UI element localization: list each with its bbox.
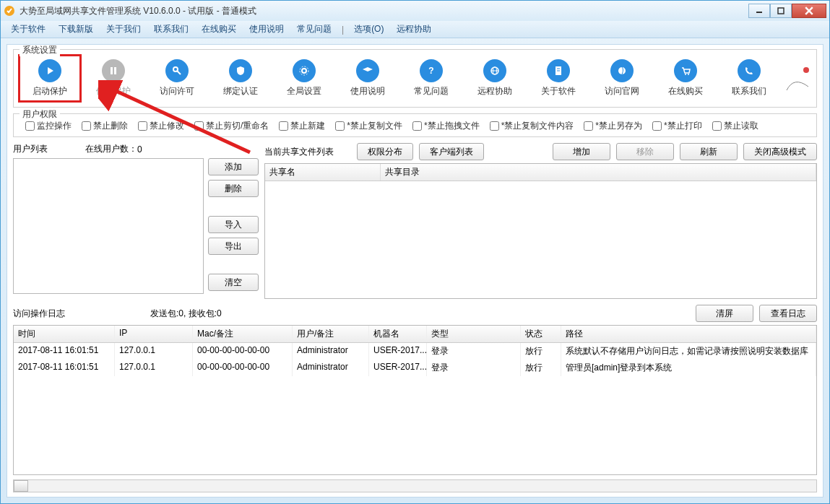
close-advanced-button[interactable]: 关闭高级模式 <box>743 143 817 160</box>
share-remove-button[interactable]: 移除 <box>616 143 674 160</box>
share-table[interactable]: 共享名 共享目录 <box>264 163 817 299</box>
minimize-button[interactable] <box>748 4 770 18</box>
check-forbid-copy-file[interactable]: *禁止复制文件 <box>335 120 402 132</box>
gear-icon <box>293 59 316 82</box>
global-settings-label: 全局设置 <box>287 85 321 97</box>
log-label: 访问操作日志 <box>13 308 150 320</box>
contact-us-button[interactable]: 联系我们 <box>717 56 781 100</box>
contact-us-label: 联系我们 <box>732 85 766 97</box>
scrollbar-thumb[interactable] <box>14 480 28 492</box>
user-import-button[interactable]: 导入 <box>208 216 259 233</box>
check-forbid-print[interactable]: *禁止打印 <box>652 120 702 132</box>
check-forbid-save-as[interactable]: *禁止另存为 <box>584 120 642 132</box>
about-software-label: 关于软件 <box>541 85 576 97</box>
user-export-button[interactable]: 导出 <box>208 238 259 255</box>
col-type[interactable]: 类型 <box>427 326 521 342</box>
user-clear-button[interactable]: 清空 <box>208 274 259 291</box>
checkbox[interactable] <box>335 121 345 131</box>
svg-point-10 <box>302 69 306 73</box>
check-label: 禁止剪切/重命名 <box>206 120 269 132</box>
log-row[interactable]: 2017-08-11 16:01:51127.0.0.100-00-00-00-… <box>14 360 816 376</box>
user-delete-button[interactable]: 删除 <box>208 180 259 197</box>
usage-guide-label: 使用说明 <box>350 85 385 97</box>
check-forbid-drag-file[interactable]: *禁止拖拽文件 <box>412 120 480 132</box>
col-share-dir[interactable]: 共享目录 <box>381 164 816 181</box>
check-forbid-modify[interactable]: 禁止修改 <box>138 120 184 132</box>
check-label: *禁止拖拽文件 <box>424 120 480 132</box>
col-mac[interactable]: Mac/备注 <box>193 326 293 342</box>
checkbox[interactable] <box>712 121 722 131</box>
app-window: 大势至局域网共享文件管理系统 V10.6.0.0 - 试用版 - 普通模式 关于… <box>0 0 830 504</box>
check-monitor-ops[interactable]: 监控操作 <box>25 120 72 132</box>
share-refresh-button[interactable]: 刷新 <box>680 143 738 160</box>
document-icon <box>547 59 570 82</box>
user-list-box[interactable] <box>13 158 204 294</box>
app-icon <box>4 5 15 17</box>
log-row[interactable]: 2017-08-11 16:01:51127.0.0.100-00-00-00-… <box>14 343 816 360</box>
start-protect-button[interactable]: 启动保护 <box>18 54 82 103</box>
view-log-button[interactable]: 查看日志 <box>759 305 817 322</box>
check-forbid-delete[interactable]: 禁止删除 <box>82 120 128 132</box>
menu-buy-online[interactable]: 在线购买 <box>196 22 242 37</box>
horizontal-scrollbar[interactable] <box>13 479 817 492</box>
checkbox[interactable] <box>138 121 147 131</box>
checkbox[interactable] <box>82 121 91 131</box>
play-icon <box>38 59 61 82</box>
check-forbid-copy-content[interactable]: *禁止复制文件内容 <box>490 120 574 132</box>
clear-screen-button[interactable]: 清屏 <box>696 305 753 322</box>
faq-button[interactable]: ? 常见问题 <box>399 56 463 100</box>
menu-remote-help[interactable]: 远程协助 <box>391 22 437 37</box>
col-time[interactable]: 时间 <box>14 326 115 342</box>
checkbox[interactable] <box>490 121 499 131</box>
online-users-count: 0 <box>137 144 142 155</box>
visit-website-button[interactable]: 访问官网 <box>590 56 654 100</box>
checkbox[interactable] <box>279 121 288 131</box>
buy-online-label: 在线购买 <box>668 85 703 97</box>
menu-usage-guide[interactable]: 使用说明 <box>243 22 290 37</box>
checkbox[interactable] <box>652 121 662 131</box>
remote-help-button[interactable]: 远程协助 <box>463 56 527 100</box>
bind-auth-button[interactable]: 绑定认证 <box>209 56 272 100</box>
client-list-button[interactable]: 客户端列表 <box>419 143 484 160</box>
usage-guide-button[interactable]: 使用说明 <box>336 56 399 100</box>
menu-about-software[interactable]: 关于软件 <box>5 22 51 37</box>
about-software-button[interactable]: 关于软件 <box>527 56 590 100</box>
col-user[interactable]: 用户/备注 <box>293 326 369 342</box>
checkbox[interactable] <box>194 121 204 131</box>
access-permit-button[interactable]: 访问许可 <box>145 56 209 100</box>
col-ip[interactable]: IP <box>115 326 193 342</box>
faq-label: 常见问题 <box>414 85 449 97</box>
log-cell-time: 2017-08-11 16:01:51 <box>14 343 115 360</box>
col-path[interactable]: 路径 <box>561 326 816 342</box>
global-settings-button[interactable]: 全局设置 <box>272 56 336 100</box>
svg-line-9 <box>177 71 181 74</box>
menu-download-new[interactable]: 下载新版 <box>53 22 99 37</box>
bind-auth-label: 绑定认证 <box>223 85 258 97</box>
menu-options[interactable]: 选项(O) <box>348 22 389 37</box>
stop-protect-button[interactable]: 停止保护 <box>82 56 145 100</box>
user-add-button[interactable]: 添加 <box>208 158 259 175</box>
log-cell-ip: 127.0.0.1 <box>115 360 193 376</box>
log-table[interactable]: 时间 IP Mac/备注 用户/备注 机器名 类型 状态 路径 2017-08-… <box>13 325 817 475</box>
check-forbid-new[interactable]: 禁止新建 <box>279 120 325 132</box>
svg-point-21 <box>685 74 686 75</box>
col-share-name[interactable]: 共享名 <box>265 164 381 181</box>
col-machine[interactable]: 机器名 <box>369 326 427 342</box>
close-button[interactable] <box>792 4 826 18</box>
log-cell-mac: 00-00-00-00-00-00 <box>193 343 293 360</box>
svg-rect-2 <box>778 8 784 14</box>
share-add-button[interactable]: 增加 <box>553 143 610 160</box>
menu-contact-us[interactable]: 联系我们 <box>148 22 194 37</box>
toolbar-decoration <box>783 61 812 96</box>
perm-dist-button[interactable]: 权限分布 <box>357 143 413 160</box>
checkbox[interactable] <box>25 121 35 131</box>
check-forbid-cut-rename[interactable]: 禁止剪切/重命名 <box>194 120 269 132</box>
checkbox[interactable] <box>412 121 422 131</box>
buy-online-button[interactable]: 在线购买 <box>654 56 717 100</box>
check-forbid-read[interactable]: 禁止读取 <box>712 120 758 132</box>
checkbox[interactable] <box>584 121 593 131</box>
menu-faq[interactable]: 常见问题 <box>291 22 337 37</box>
menu-about-us[interactable]: 关于我们 <box>100 22 147 37</box>
col-status[interactable]: 状态 <box>521 326 561 342</box>
maximize-button[interactable] <box>770 4 792 18</box>
